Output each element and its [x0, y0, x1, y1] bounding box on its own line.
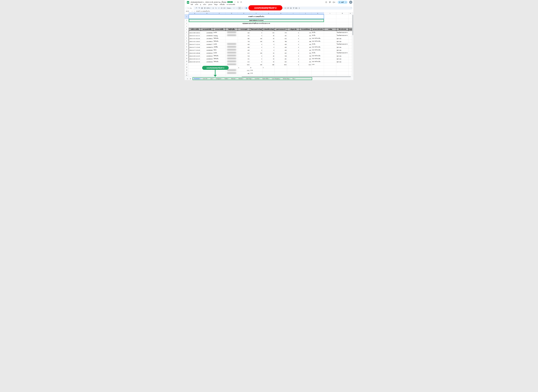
cell-J15[interactable]: 401 — [299, 57, 312, 60]
row-number-11[interactable]: 11 — [185, 45, 189, 48]
cell-F16[interactable]: 0 — [250, 60, 262, 63]
cell[interactable] — [299, 75, 312, 76]
collapse-toolbar-icon[interactable]: ^ — [351, 7, 351, 9]
cell-K11[interactable]: รอการชำระเงิน — [312, 45, 324, 48]
cell-N20[interactable] — [349, 71, 352, 75]
row-number-19[interactable]: 19 — [185, 69, 189, 71]
cell-F15[interactable]: 0 — [250, 57, 262, 60]
cell[interactable] — [262, 25, 275, 28]
cell-A20[interactable] — [189, 71, 201, 75]
row-number-7[interactable]: 7 — [185, 34, 189, 37]
cell[interactable] — [225, 75, 238, 76]
cell-I8[interactable]: 0 — [287, 37, 299, 40]
cell-blurred-name[interactable] — [225, 48, 238, 51]
sheet-tab-twitter[interactable]: Twitter▾ — [223, 78, 230, 80]
cell-I20[interactable] — [287, 71, 299, 75]
cell[interactable] — [275, 25, 287, 28]
all-sheets-icon[interactable]: ≡ — [189, 77, 192, 80]
row-number-17[interactable]: 17 — [185, 63, 189, 66]
cell-M15[interactable]: QR Code — [336, 57, 349, 60]
cell[interactable] — [324, 19, 336, 22]
cell-N11[interactable] — [349, 45, 352, 48]
cell[interactable] — [275, 75, 287, 76]
cell-H7[interactable]: 391 — [275, 34, 287, 37]
cell[interactable] — [213, 25, 225, 28]
cell-L8[interactable] — [324, 37, 336, 40]
cell-E10[interactable]: 420 — [238, 42, 250, 45]
cell-N9[interactable] — [349, 40, 352, 42]
insert-comment-icon[interactable] — [287, 7, 289, 9]
cell-N19[interactable] — [349, 69, 352, 71]
cell-C9[interactable]: ได้รับเงิน — [213, 40, 225, 42]
cell-L19[interactable] — [324, 69, 336, 71]
cell-B7[interactable]: 2410000360 — [201, 34, 213, 37]
sheet-tab-line-bot[interactable]: Line Bot▾ — [254, 78, 261, 80]
cell-F12[interactable]: 0 — [250, 48, 262, 51]
cell-B16[interactable]: 2410000346 — [201, 60, 213, 63]
document-title[interactable]: สรุปยอดทุกช่องทาง _ 2024-11-05_ทุกสถานะ_… — [191, 1, 226, 3]
cell[interactable] — [336, 22, 349, 25]
sheet-tab-wechat[interactable]: Wechat▾ — [230, 78, 237, 80]
cell-G13[interactable]: 50 — [262, 51, 275, 54]
cell-F18[interactable]: B — [250, 66, 262, 69]
cell-I17[interactable]: 0 — [287, 63, 299, 66]
cell-F17[interactable]: 300 — [250, 63, 262, 66]
row-number-21[interactable]: 21 — [185, 75, 189, 76]
cell-M13[interactable]: โอนเงินผ่านธนาคาร — [336, 51, 349, 54]
cell-I15[interactable]: 0 — [287, 57, 299, 60]
cell-E8[interactable]: 585 — [238, 37, 250, 40]
row-number-20[interactable]: 20 — [185, 71, 189, 75]
font-size-input[interactable]: 16 — [238, 7, 241, 9]
font-select[interactable]: Angsa...▾ — [227, 7, 234, 9]
menu-format[interactable]: รูปแบบ — [208, 4, 212, 5]
cell-B6[interactable]: 2410000086 — [201, 31, 213, 34]
cell-B14[interactable]: 2410000343 — [201, 54, 213, 57]
meet-caret-icon[interactable]: ▾ — [336, 2, 336, 3]
row-number-8[interactable]: 8 — [185, 37, 189, 40]
cell-I12[interactable]: 0 — [287, 48, 299, 51]
cell-K13[interactable]: สำเร็จ — [312, 51, 324, 54]
cell-J11[interactable]: 420 — [299, 45, 312, 48]
cell-N12[interactable] — [349, 48, 352, 51]
cell-N14[interactable] — [349, 54, 352, 57]
cell[interactable] — [189, 25, 201, 28]
cell[interactable] — [349, 14, 352, 19]
cell[interactable] — [238, 25, 250, 28]
cell-G16[interactable]: 50 — [262, 60, 275, 63]
cell-K6[interactable]: สำเร็จ — [312, 31, 324, 34]
cell-A15[interactable]: 2024-10-30 14:11:15 — [189, 57, 201, 60]
cell-blurred-name[interactable] — [225, 60, 238, 63]
cell-N17[interactable] — [349, 63, 352, 66]
cell-E13[interactable]: 615 — [238, 51, 250, 54]
sheet-tab-line-oa[interactable]: Line OA▾ — [202, 78, 209, 80]
cell-C8[interactable]: ได้รับเงิน — [213, 37, 225, 40]
cell-E12[interactable]: 420 — [238, 48, 250, 51]
cell-B17[interactable] — [201, 63, 213, 66]
sheet-tab-caret-icon[interactable]: ▾ — [243, 78, 244, 79]
cell-C13[interactable]: ยกเลิก — [213, 51, 225, 54]
cell-H15[interactable]: 401 — [275, 57, 287, 60]
cell[interactable] — [250, 75, 262, 76]
cell-L13[interactable] — [324, 51, 336, 54]
sheet-tab-website[interactable]: Website▾ — [237, 78, 245, 80]
sheet-tab-caret-icon[interactable]: ▾ — [252, 78, 253, 79]
cell-M14[interactable]: QR Code — [336, 54, 349, 57]
cell-H12[interactable]: 420 — [275, 48, 287, 51]
cell-blurred-name[interactable] — [225, 71, 238, 75]
cell-F6[interactable]: 0 — [250, 31, 262, 34]
font-size-decrease-button[interactable]: − — [236, 7, 238, 9]
table-header-C[interactable]: สถานะการสั่งซื้อ — [213, 28, 225, 31]
sheet-tab-caret-icon[interactable]: ▾ — [222, 78, 222, 79]
select-all-corner[interactable] — [185, 12, 189, 14]
cell-I9[interactable]: 0 — [287, 40, 299, 42]
cell-blurred-name[interactable] — [225, 45, 238, 48]
cell-F8[interactable]: 100 — [250, 37, 262, 40]
cell-L7[interactable] — [324, 34, 336, 37]
cell-E18[interactable]: A — [238, 66, 250, 69]
table-header-F[interactable]: โค้ดส่วนลดชำระโดยผู้ — [250, 28, 262, 31]
vertical-scrollbar-thumb[interactable] — [352, 15, 353, 35]
menu-view[interactable]: ดู — [200, 4, 201, 5]
cell-N16[interactable] — [349, 60, 352, 63]
sheet-tab-pos[interactable]: Pos▾ — [291, 78, 297, 80]
column-header-M[interactable]: M — [336, 12, 349, 14]
